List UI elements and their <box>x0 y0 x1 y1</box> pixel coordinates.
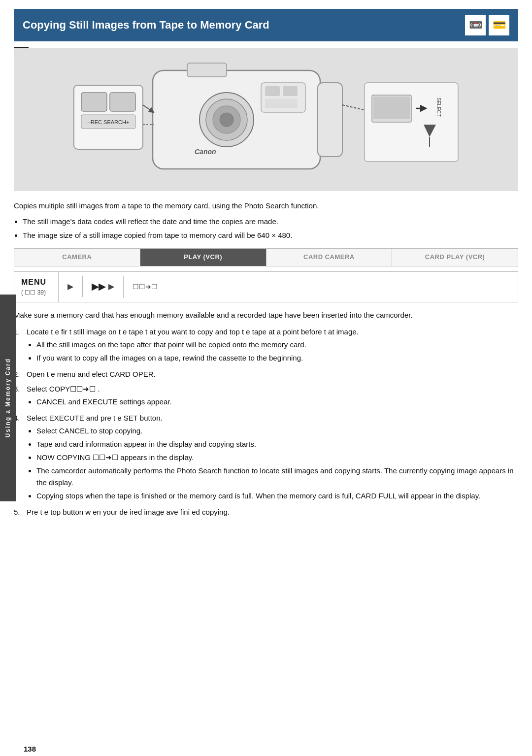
menu-label-cell: MENU ( ☐☐ 39) <box>14 272 59 302</box>
svg-rect-22 <box>373 97 410 119</box>
page-title: Copying Still Images from Tape to Memory… <box>23 19 269 32</box>
main-content: Copies multiple still images from a tape… <box>14 200 518 518</box>
svg-rect-15 <box>265 99 298 108</box>
step-5: 5. Pre t e top button w en your de ired … <box>14 506 518 518</box>
steps-intro: Make sure a memory card that has enough … <box>14 309 518 321</box>
tape-icon: 📼 <box>465 15 486 35</box>
step-4-bullet4: The camcorder automatically performs the… <box>36 465 518 489</box>
menu-sub: ( ☐☐ 39) <box>21 288 51 297</box>
mode-btn-camera[interactable]: CAMERA <box>14 249 140 266</box>
intro-para1: Copies multiple still images from a tape… <box>14 200 518 212</box>
menu-arrow-cell: ▶ <box>59 276 83 297</box>
sidebar: Using a Memory Card <box>0 295 16 501</box>
intro-bullet1: The still image's data codes will reflec… <box>23 216 518 228</box>
step-1-bullet2: If you want to copy all the images on a … <box>36 352 518 364</box>
svg-text:SELECT: SELECT <box>436 98 441 117</box>
step-4-bullet1: Select CANCEL to stop copying. <box>36 425 518 437</box>
step-5-num: 5. <box>14 506 24 518</box>
step-4-bullet3: NOW COPYING ☐☐➜☐ appears in the display. <box>36 452 518 463</box>
menu-dbl-arrow: ▶▶ <box>92 280 105 294</box>
svg-rect-17 <box>318 83 342 157</box>
menu-row: MENU ( ☐☐ 39) ▶ ▶▶ ▶ ☐☐➜☐ <box>14 271 518 302</box>
step-3-bullets: CANCEL and EXECUTE settings appear. <box>36 396 518 408</box>
svg-rect-3 <box>110 93 135 111</box>
step-1-bullet1: All the still images on the tape after t… <box>36 339 518 351</box>
step-1-text: Locate t e fir t still image on t e tape… <box>27 326 518 365</box>
svg-rect-14 <box>283 86 298 96</box>
step-4-bullet2: Tape and card information appear in the … <box>36 438 518 450</box>
page-header: Copying Still Images from Tape to Memory… <box>14 9 518 41</box>
menu-dbl-arrow-cell: ▶▶ ▶ <box>83 276 124 298</box>
step-3-text: Select COPY☐☐➜☐ . CANCEL and EXECUTE set… <box>27 383 518 409</box>
step-5-text: Pre t e top button w en your de ired ima… <box>27 506 518 518</box>
step-4-bullets: Select CANCEL to stop copying. Tape and … <box>36 425 518 502</box>
svg-rect-13 <box>265 86 280 96</box>
step-2: 2. Open t e menu and elect CARD OPER. <box>14 368 518 380</box>
menu-icon-cell: ☐☐➜☐ <box>124 277 166 296</box>
mode-btn-play-vcr[interactable]: PLAY (VCR) <box>140 249 266 266</box>
step-3-bullet1: CANCEL and EXECUTE settings appear. <box>36 396 518 408</box>
step-2-text: Open t e menu and elect CARD OPER. <box>27 368 518 380</box>
svg-rect-2 <box>81 93 107 111</box>
copy-symbol: ☐☐➜☐ <box>133 281 158 292</box>
card-icon: 💳 <box>489 15 509 35</box>
intro-bullet2: The image size of a still image copied f… <box>23 230 518 241</box>
step-1: 1. Locate t e fir t still image on t e t… <box>14 326 518 365</box>
menu-step-arrow: ▶ <box>108 280 114 293</box>
mode-buttons-row: CAMERA PLAY (VCR) CARD CAMERA CARD PLAY … <box>14 248 518 266</box>
mode-btn-card-play[interactable]: CARD PLAY (VCR) <box>392 249 518 266</box>
svg-text:Canon: Canon <box>195 148 216 156</box>
menu-arrow: ▶ <box>67 280 73 293</box>
intro-bullets: The still image's data codes will reflec… <box>23 216 518 241</box>
step-1-bullets: All the still images on the tape after t… <box>36 339 518 364</box>
step-4-bullet5: Copying stops when the tape is finished … <box>36 490 518 502</box>
page-number: 138 <box>24 745 36 753</box>
svg-text:–REC SEARCH+: –REC SEARCH+ <box>88 119 130 125</box>
camera-diagram-svg: –REC SEARCH+ Canon <box>44 56 488 184</box>
svg-rect-11 <box>187 63 227 77</box>
page-container: Copying Still Images from Tape to Memory… <box>0 9 532 756</box>
step-3: 3. Select COPY☐☐➜☐ . CANCEL and EXECUTE … <box>14 383 518 409</box>
mode-btn-card-camera[interactable]: CARD CAMERA <box>266 249 393 266</box>
sidebar-label: Using a Memory Card <box>4 358 11 437</box>
menu-label: MENU <box>21 276 51 289</box>
camera-illustration-area: –REC SEARCH+ Canon <box>14 48 518 191</box>
step-4: 4. Select EXECUTE and pre t e SET button… <box>14 412 518 503</box>
header-icons: 📼 💳 <box>465 15 509 35</box>
step-4-text: Select EXECUTE and pre t e SET button. S… <box>27 412 518 503</box>
svg-point-10 <box>220 113 233 127</box>
